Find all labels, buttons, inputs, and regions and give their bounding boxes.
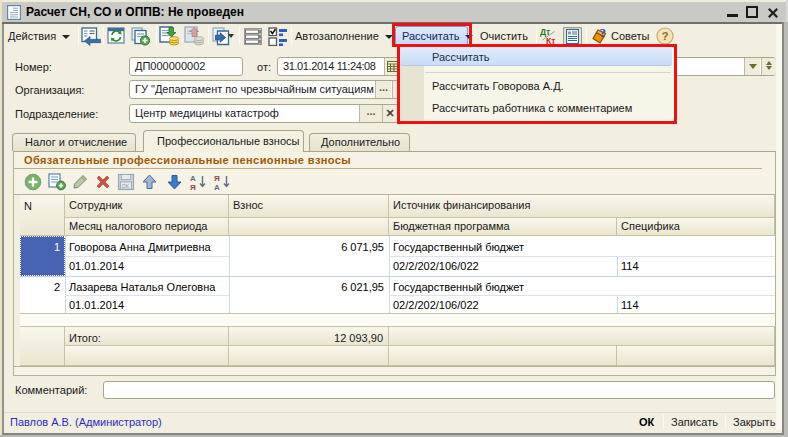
svg-text:Я: Я	[190, 183, 196, 192]
svg-text:?: ?	[662, 30, 669, 42]
svg-text:?: ?	[600, 26, 607, 40]
svg-text:А: А	[214, 183, 220, 192]
svg-text:ОК: ОК	[122, 183, 130, 189]
